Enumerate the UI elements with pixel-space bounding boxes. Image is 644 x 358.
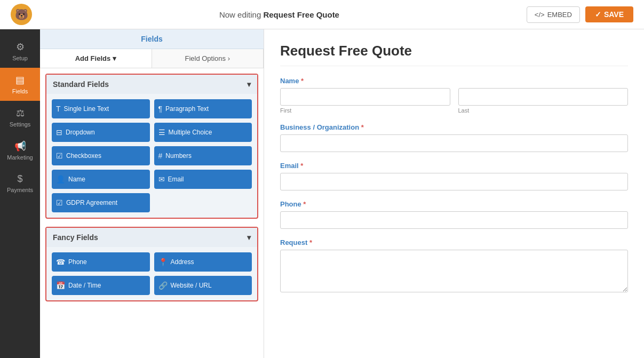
- numbers-label: Numbers: [165, 152, 192, 160]
- dropdown-label: Dropdown: [66, 129, 95, 136]
- gdpr-label: GDPR Agreement: [66, 199, 117, 206]
- fields-scroll[interactable]: Standard Fields ▾ T Single Line Text ¶ P…: [40, 68, 264, 358]
- embed-button[interactable]: </> EMBED: [527, 6, 580, 23]
- request-textarea[interactable]: [280, 250, 628, 292]
- single-line-text-label: Single Line Text: [64, 105, 109, 113]
- gdpr-icon: ☑: [56, 198, 63, 207]
- website-url-label: Website / URL: [171, 282, 212, 289]
- form-field-name: Name * First Last: [280, 77, 628, 114]
- field-btn-email[interactable]: ✉ Email: [154, 170, 252, 189]
- marketing-icon: 📢: [14, 140, 26, 152]
- request-required: *: [307, 238, 312, 246]
- dropdown-icon: ⊟: [56, 128, 62, 137]
- request-label-text: Request: [280, 238, 307, 246]
- link-icon: 🔗: [158, 281, 168, 290]
- standard-fields-title: Standard Fields: [53, 80, 109, 89]
- fields-tabs: Add Fields ▾ Field Options ›: [40, 49, 264, 68]
- sidebar-item-setup[interactable]: ⚙ Setup: [0, 35, 40, 68]
- name-last-input[interactable]: [458, 88, 629, 106]
- standard-fields-grid: T Single Line Text ¶ Paragraph Text ⊟ Dr…: [46, 94, 257, 218]
- paragraph-text-label: Paragraph Text: [165, 105, 209, 113]
- standard-fields-header[interactable]: Standard Fields ▾: [46, 75, 257, 94]
- business-field-label: Business / Organization *: [280, 123, 628, 131]
- field-btn-dropdown[interactable]: ⊟ Dropdown: [52, 123, 150, 142]
- name-first-input[interactable]: [280, 88, 450, 106]
- business-required: *: [359, 123, 364, 131]
- text-icon: T: [56, 105, 61, 113]
- name-last-wrap: Last: [458, 88, 629, 114]
- multiple-choice-label: Multiple Choice: [169, 129, 212, 136]
- field-btn-website-url[interactable]: 🔗 Website / URL: [154, 276, 252, 295]
- logo: 🐻: [11, 4, 32, 25]
- phone-field-label: Phone *: [280, 200, 628, 208]
- logo-icon: 🐻: [11, 4, 32, 25]
- business-input[interactable]: [280, 134, 628, 152]
- checkboxes-label: Checkboxes: [66, 152, 101, 160]
- request-field-label: Request *: [280, 238, 628, 246]
- field-btn-checkboxes[interactable]: ☑ Checkboxes: [52, 146, 150, 165]
- name-required: *: [299, 77, 304, 85]
- save-button[interactable]: ✓ SAVE: [585, 6, 633, 22]
- sidebar-label-settings: Settings: [10, 121, 31, 128]
- name-field-label: Name *: [280, 77, 628, 85]
- field-btn-paragraph-text[interactable]: ¶ Paragraph Text: [154, 99, 252, 118]
- tab-field-options[interactable]: Field Options ›: [152, 49, 264, 68]
- sidebar-item-marketing[interactable]: 📢 Marketing: [0, 134, 40, 167]
- tab-add-fields[interactable]: Add Fields ▾: [40, 49, 152, 68]
- phone-input[interactable]: [280, 211, 628, 229]
- calendar-icon: 📅: [56, 281, 65, 290]
- sidebar-item-fields[interactable]: ▤ Fields: [0, 68, 40, 101]
- add-fields-label: Add Fields ▾: [75, 54, 116, 62]
- form-preview-title: Request Free Quote: [280, 43, 628, 66]
- gear-icon: ⚙: [16, 41, 25, 53]
- envelope-icon: ✉: [158, 175, 165, 184]
- business-label-text: Business / Organization: [280, 123, 359, 131]
- email-required: *: [299, 162, 304, 170]
- fancy-fields-section: Fancy Fields ▾ ☎ Phone 📍 Address 📅 Date …: [45, 227, 258, 301]
- person-icon: 👤: [56, 175, 65, 184]
- editing-label: Now editing: [219, 10, 264, 19]
- field-btn-single-line-text[interactable]: T Single Line Text: [52, 99, 150, 118]
- pin-icon: 📍: [158, 258, 168, 266]
- name-label: Name: [68, 176, 85, 183]
- save-label: SAVE: [604, 10, 624, 19]
- paragraph-icon: ¶: [158, 105, 163, 113]
- email-field-label: Email *: [280, 162, 628, 170]
- field-btn-phone[interactable]: ☎ Phone: [52, 252, 150, 272]
- payments-icon: $: [17, 173, 22, 185]
- phone-required: *: [301, 200, 306, 208]
- name-last-label: Last: [458, 107, 629, 114]
- checkmark-icon: ✓: [595, 10, 601, 19]
- email-label-text: Email: [280, 162, 299, 170]
- editing-title: Now editing Request Free Quote: [219, 10, 339, 19]
- name-first-label: First: [280, 107, 450, 114]
- settings-icon: ⚖: [16, 107, 25, 119]
- top-bar: 🐻 Now editing Request Free Quote </> EMB…: [0, 0, 644, 29]
- form-name-label: Request Free Quote: [263, 10, 339, 19]
- field-btn-multiple-choice[interactable]: ☰ Multiple Choice: [154, 123, 252, 142]
- fancy-fields-header[interactable]: Fancy Fields ▾: [46, 228, 257, 247]
- field-btn-gdpr[interactable]: ☑ GDPR Agreement: [52, 193, 150, 212]
- embed-label: EMBED: [547, 11, 572, 19]
- sidebar-label-fields: Fields: [12, 88, 28, 94]
- fancy-fields-grid: ☎ Phone 📍 Address 📅 Date / Time 🔗 Websit…: [46, 247, 257, 300]
- form-field-business: Business / Organization *: [280, 123, 628, 152]
- field-btn-numbers[interactable]: # Numbers: [154, 146, 252, 165]
- field-btn-address[interactable]: 📍 Address: [154, 252, 252, 272]
- sidebar-item-payments[interactable]: $ Payments: [0, 167, 40, 200]
- sidebar-item-settings[interactable]: ⚖ Settings: [0, 101, 40, 134]
- fancy-fields-title: Fancy Fields: [53, 233, 98, 242]
- sidebar-label-payments: Payments: [7, 187, 33, 193]
- phone-label: Phone: [68, 258, 87, 266]
- address-label: Address: [171, 258, 194, 266]
- fields-icon: ▤: [15, 74, 25, 86]
- hash-icon: #: [158, 152, 163, 160]
- field-btn-name[interactable]: 👤 Name: [52, 170, 150, 189]
- email-input[interactable]: [280, 173, 628, 190]
- chevron-down-icon-2: ▾: [247, 233, 251, 242]
- phone-icon: ☎: [56, 258, 65, 266]
- form-field-phone: Phone *: [280, 200, 628, 229]
- name-fields-container: First Last: [280, 88, 628, 114]
- field-options-label: Field Options ›: [185, 54, 230, 62]
- field-btn-date-time[interactable]: 📅 Date / Time: [52, 276, 150, 295]
